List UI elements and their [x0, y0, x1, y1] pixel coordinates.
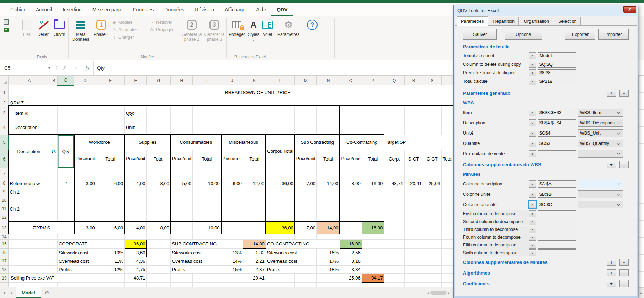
grid-cell[interactable] [384, 120, 404, 135]
grid-cell[interactable] [316, 205, 340, 213]
grid-cell[interactable] [147, 120, 171, 135]
grid-cell[interactable] [74, 234, 96, 239]
grid-cell[interactable]: 12% [96, 265, 124, 273]
grid-cell[interactable] [266, 234, 294, 239]
scroll-thumb[interactable] [430, 291, 447, 295]
grid-cell[interactable]: C-CT [423, 150, 441, 168]
grid-cell[interactable]: 6,00 [96, 179, 124, 188]
grid-cell[interactable] [243, 213, 266, 222]
grid-header-cell[interactable]: 7 [0, 168, 9, 179]
grid-cell[interactable]: Corpor. Total [266, 135, 294, 168]
grid-cell[interactable] [316, 234, 340, 239]
grid-cell[interactable] [171, 196, 193, 205]
grid-cell[interactable] [404, 120, 423, 135]
grid-cell[interactable]: 14,00 [316, 222, 340, 234]
grid-cell[interactable] [384, 248, 404, 257]
grid-header-cell[interactable]: 12 [0, 213, 9, 222]
grid-cell[interactable]: 4,75 [124, 265, 147, 273]
grid-cell[interactable] [74, 168, 96, 179]
grid-cell[interactable]: 14% [221, 257, 243, 265]
grid-cell[interactable] [124, 205, 147, 213]
grid-cell[interactable]: 6,00 [221, 179, 243, 188]
grid-cell[interactable] [9, 248, 50, 257]
select-all-corner[interactable] [0, 76, 9, 85]
grid-cell[interactable] [384, 188, 404, 196]
remove-button[interactable]: - [619, 259, 629, 266]
range-picker-button[interactable]: ▸ [529, 130, 536, 137]
grid-cell[interactable] [171, 273, 193, 282]
parametres-button[interactable]: ⚙ Paramètres [276, 18, 301, 37]
grid-cell[interactable] [96, 106, 124, 120]
grid-header-cell[interactable]: K [243, 76, 266, 85]
grid-cell[interactable] [340, 120, 362, 135]
propager-item[interactable]: ⁂ Propager [149, 27, 174, 32]
grid-cell[interactable]: Total [362, 150, 384, 168]
grid-cell[interactable]: Price/unit [124, 150, 147, 168]
grid-cell[interactable] [266, 168, 294, 179]
grid-cell[interactable] [295, 234, 317, 239]
grid-cell[interactable] [340, 282, 362, 287]
grid-cell[interactable]: Total [96, 150, 124, 168]
grid-cell[interactable]: 8,00 [147, 222, 171, 234]
grid-cell[interactable] [316, 273, 340, 282]
grid-cell[interactable] [221, 205, 243, 213]
selling-price-label[interactable]: Selling Price exc VAT [9, 273, 74, 282]
grid-cell[interactable] [96, 273, 124, 282]
grid-cell[interactable] [316, 168, 340, 179]
grid-header-cell[interactable]: M [295, 76, 317, 85]
panel-titlebar[interactable]: QDV Tools for Excel [454, 5, 638, 15]
phase1-button[interactable]: 1 Phase 1 [91, 18, 112, 37]
grid-cell[interactable] [124, 196, 147, 205]
grid-cell[interactable] [316, 196, 340, 205]
grid-cell[interactable] [340, 168, 362, 179]
grid-cell[interactable] [404, 257, 423, 265]
grid-cell[interactable] [50, 257, 58, 265]
grid-cell[interactable] [362, 248, 384, 257]
grid-cell[interactable]: Description: [9, 120, 50, 135]
grid-cell[interactable]: 36,00 [266, 179, 294, 188]
grid-cell[interactable] [58, 120, 74, 135]
add-button[interactable]: + [607, 280, 616, 287]
volet-button[interactable]: → Volet [260, 18, 275, 37]
grid-cell[interactable] [266, 106, 294, 120]
remove-button[interactable]: - [619, 90, 629, 97]
tab-revision[interactable]: Révision [190, 3, 219, 16]
grid-cell[interactable] [171, 188, 193, 196]
grid-cell[interactable]: 2 [58, 179, 74, 188]
grid-header-cell[interactable]: R [404, 76, 423, 85]
grid-cell[interactable] [50, 168, 58, 179]
panel-tab-selection[interactable]: Selection [554, 17, 581, 25]
colonne-quantite-input[interactable] [538, 201, 576, 208]
grid-cell[interactable] [362, 213, 384, 222]
grid-cell[interactable] [96, 234, 124, 239]
grid-cell[interactable] [50, 196, 58, 205]
grid-cell[interactable] [221, 196, 243, 205]
grid-cell[interactable] [221, 168, 243, 179]
grid-cell[interactable]: Overhead cost [171, 257, 221, 265]
grid-cell[interactable] [266, 273, 294, 282]
sheet-nav-right-icon[interactable]: ▸ [8, 291, 16, 295]
grid-cell[interactable] [193, 282, 221, 287]
grid-cell[interactable]: 14,00 [316, 179, 340, 188]
grid-cell[interactable] [423, 257, 441, 265]
grid-header-cell[interactable]: N [316, 76, 340, 85]
grid-header-cell[interactable]: 1 [0, 85, 9, 100]
tab-accueil[interactable]: Accueil [31, 3, 57, 16]
grid-cell[interactable] [50, 282, 58, 287]
grid-cell[interactable]: 10% [96, 248, 124, 257]
grid-cell[interactable] [171, 205, 193, 213]
grid-cell[interactable]: Workforce [74, 135, 125, 150]
exporter-button[interactable]: Exporter [565, 29, 595, 40]
sheet-tab-model[interactable]: Model [16, 287, 41, 298]
range-picker-button[interactable]: ▸ [529, 180, 536, 188]
tab-donnees[interactable]: Données [159, 3, 190, 16]
tab-fichier[interactable]: Fichier [5, 3, 31, 16]
grid-cell[interactable]: 18% [316, 265, 340, 273]
grid-cell[interactable] [171, 222, 193, 234]
grid-cell[interactable]: Total [243, 150, 266, 168]
close-icon[interactable]: ✗ [623, 6, 636, 13]
grid-cell[interactable] [423, 106, 441, 120]
sauver-button[interactable]: Sauver [463, 29, 497, 40]
grid-cell[interactable] [50, 265, 58, 273]
second-decompose-input[interactable] [538, 218, 576, 225]
